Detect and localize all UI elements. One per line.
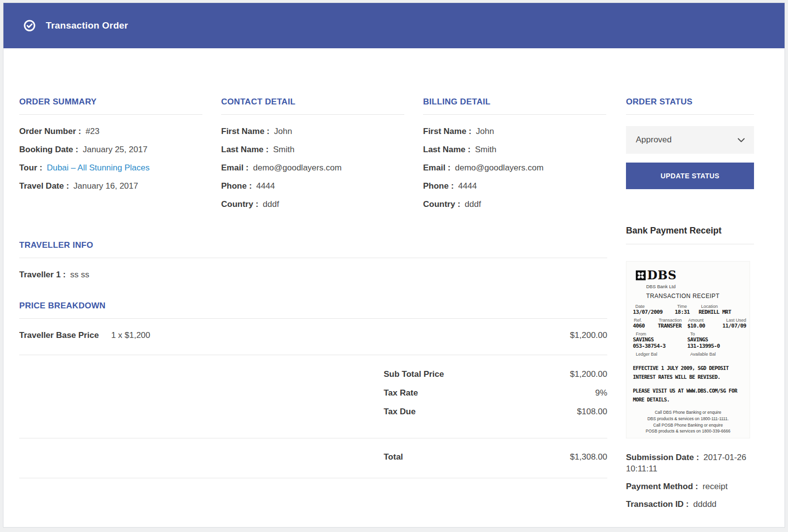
field-label: Submission Date : xyxy=(626,453,699,462)
field-value: ddddd xyxy=(693,499,717,509)
field-label: Country : xyxy=(423,200,460,209)
field-value: Smith xyxy=(475,145,496,154)
content: ORDER SUMMARY Order Number :#23 Booking … xyxy=(3,48,785,516)
order-summary-section: ORDER SUMMARY Order Number :#23 Booking … xyxy=(19,97,202,217)
field-label: Email : xyxy=(221,163,249,172)
field-value: #23 xyxy=(86,127,99,136)
line-item-amount: $1,200.00 xyxy=(570,331,607,340)
order-summary-heading: ORDER SUMMARY xyxy=(19,97,202,115)
receipt-bank-name: DBS Bank Ltd xyxy=(646,284,750,289)
receipt-row2-labels: Ref. Transaction Amount Last Used xyxy=(626,318,750,323)
transaction-order-card: Transaction Order ORDER SUMMARY Order Nu… xyxy=(3,2,785,528)
field-label: Tour : xyxy=(19,163,42,172)
summary-value: 9% xyxy=(595,388,607,398)
phone-row: Phone :4444 xyxy=(423,181,606,191)
field-value: dddf xyxy=(465,200,481,209)
check-circle-icon xyxy=(24,20,35,32)
receipt-footer: Call DBS Phone Banking or enquire DBS pr… xyxy=(626,409,750,434)
receipt-balance-labels: Ledger Bal Available Bal xyxy=(626,352,750,357)
sidebar: ORDER STATUS Approved UPDATE STATUS Bank… xyxy=(626,97,754,516)
transaction-id-row: Transaction ID :ddddd xyxy=(626,499,754,510)
field-value: January 25, 2017 xyxy=(83,145,147,154)
field-value: demo@goodlayers.com xyxy=(253,163,342,172)
field-label: Country : xyxy=(221,200,259,209)
summary-value: $1,200.00 xyxy=(570,369,607,379)
order-status-section: ORDER STATUS Approved UPDATE STATUS xyxy=(626,97,754,189)
chevron-down-icon xyxy=(738,138,745,142)
field-label: Booking Date : xyxy=(19,145,78,154)
field-label: First Name : xyxy=(221,127,269,136)
price-summary: Sub Total Price $1,200.00 Tax Rate 9% Ta… xyxy=(19,355,607,438)
field-value: demo@goodlayers.com xyxy=(455,163,544,172)
field-label: Order Number : xyxy=(19,127,81,136)
booking-date-row: Booking Date :January 25, 2017 xyxy=(19,144,202,155)
receipt-image: DBS DBS Bank Ltd TRANSACTION RECEIPT Dat… xyxy=(626,261,750,438)
price-breakdown-heading: PRICE BREAKDOWN xyxy=(19,301,607,319)
price-breakdown-section: PRICE BREAKDOWN Traveller Base Price1 x … xyxy=(19,301,607,478)
traveller-info-section: TRAVELLER INFO Traveller 1 :ss ss xyxy=(19,240,607,280)
payment-method-row: Payment Method :receipt xyxy=(626,481,754,492)
summary-label: Tax Due xyxy=(384,407,416,417)
line-item-detail: 1 x $1,200 xyxy=(111,331,150,340)
summary-value: $108.00 xyxy=(577,407,607,417)
field-label: First Name : xyxy=(423,127,471,136)
traveller-row: Traveller 1 :ss ss xyxy=(19,269,607,280)
first-name-row: First Name :John xyxy=(423,126,606,136)
field-value: 4444 xyxy=(458,181,477,191)
subtotal-row: Sub Total Price $1,200.00 xyxy=(19,369,607,379)
receipt-account-numbers: 053-38754-3 131-13995-0 xyxy=(626,343,750,349)
receipt-notice-1: EFFECTIVE 1 JULY 2009, SGD DEPOSIT INTER… xyxy=(633,363,743,381)
receipt-row1-values: 13/07/2009 18:31 REDHILL MRT xyxy=(626,309,750,315)
billing-detail-heading: BILLING DETAIL xyxy=(423,97,606,115)
field-value: 4444 xyxy=(256,181,275,191)
total-row: Total $1,308.00 xyxy=(19,438,607,478)
traveller-info-heading: TRAVELLER INFO xyxy=(19,240,607,258)
last-name-row: Last Name :Smith xyxy=(221,144,404,155)
page-title: Transaction Order xyxy=(46,20,128,31)
summary-label: Sub Total Price xyxy=(384,369,444,379)
receipt-row1-labels: Date Time Location xyxy=(626,304,750,309)
tax-rate-row: Tax Rate 9% xyxy=(19,388,607,398)
receipt-title: TRANSACTION RECEIPT xyxy=(646,293,750,299)
phone-row: Phone :4444 xyxy=(221,181,404,191)
email-row: Email :demo@goodlayers.com xyxy=(221,163,404,173)
tour-link[interactable]: Dubai – All Stunning Places xyxy=(47,163,150,172)
field-value: John xyxy=(274,127,292,136)
receipt-notice-2: PLEASE VISIT US AT WWW.DBS.COM/SG FOR MO… xyxy=(633,386,743,403)
country-row: Country :dddf xyxy=(221,199,404,209)
field-label: Phone : xyxy=(221,181,252,191)
submission-date-row: Submission Date :2017-01-26 10:11:11 xyxy=(626,452,754,474)
field-value: John xyxy=(476,127,494,136)
tour-row: Tour :Dubai – All Stunning Places xyxy=(19,163,202,173)
main-panel: ORDER SUMMARY Order Number :#23 Booking … xyxy=(19,97,607,516)
receipt-row2-values: 4060 TRANSFER $10.00 11/07/09 xyxy=(626,323,750,329)
dbs-logo-text: DBS xyxy=(647,268,677,282)
order-number-row: Order Number :#23 xyxy=(19,126,202,136)
order-status-select[interactable]: Approved xyxy=(626,126,754,154)
contact-detail-section: CONTACT DETAIL First Name :John Last Nam… xyxy=(221,97,404,217)
first-name-row: First Name :John xyxy=(221,126,404,136)
dbs-flower-logo-icon xyxy=(636,270,646,280)
bank-payment-receipt-section: Bank Payment Receipt xyxy=(626,226,754,510)
field-label: Email : xyxy=(423,163,451,172)
payment-details: Submission Date :2017-01-26 10:11:11 Pay… xyxy=(626,452,754,510)
dbs-logo: DBS xyxy=(636,268,750,282)
summary-label: Tax Rate xyxy=(384,388,418,398)
travel-date-row: Travel Date :January 16, 2017 xyxy=(19,181,202,191)
country-row: Country :dddf xyxy=(423,199,606,209)
receipt-from-to-labels: From To xyxy=(626,332,750,336)
contact-detail-heading: CONTACT DETAIL xyxy=(221,97,404,115)
order-status-selected-value: Approved xyxy=(636,135,672,145)
last-name-row: Last Name :Smith xyxy=(423,144,606,155)
field-label: Traveller 1 : xyxy=(19,270,66,279)
page-header: Transaction Order xyxy=(3,3,785,48)
field-label: Phone : xyxy=(423,181,454,191)
order-status-heading: ORDER STATUS xyxy=(626,97,754,115)
email-row: Email :demo@goodlayers.com xyxy=(423,163,606,173)
billing-detail-section: BILLING DETAIL First Name :John Last Nam… xyxy=(423,97,606,217)
update-status-button[interactable]: UPDATE STATUS xyxy=(626,163,754,189)
total-label: Total xyxy=(384,452,403,462)
tax-due-row: Tax Due $108.00 xyxy=(19,407,607,417)
field-label: Travel Date : xyxy=(19,181,69,191)
field-value: Smith xyxy=(273,145,294,154)
